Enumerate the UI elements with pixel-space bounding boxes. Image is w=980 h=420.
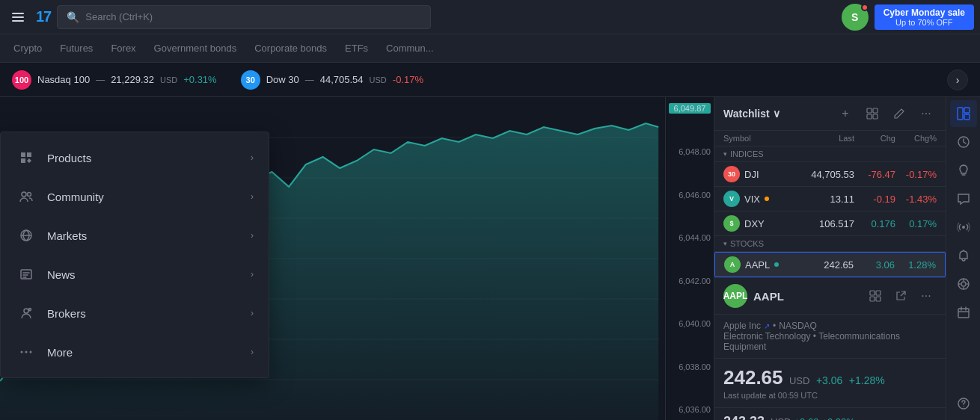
logo[interactable]: 17 [36, 8, 51, 25]
stock-logo: AAPL [723, 284, 747, 308]
watchlist-row-dxy[interactable]: $ DXY 106.517 0.176 0.17% [714, 211, 946, 236]
svg-point-5 [29, 309, 31, 311]
menu-arrow-brokers: › [251, 308, 254, 318]
brokers-icon [16, 303, 37, 324]
svg-point-28 [962, 226, 965, 229]
hamburger-button[interactable] [6, 5, 30, 29]
watchlist-actions: + ··· [835, 103, 937, 124]
menu-arrow-news: › [251, 269, 254, 280]
watchlist-header: Watchlist ∨ + ·· [714, 97, 946, 131]
svg-rect-21 [876, 291, 881, 295]
svg-rect-22 [870, 297, 875, 301]
row-symbol-aapl: A AAPL [724, 256, 801, 273]
premarket-change-pct: +0.28% [821, 416, 854, 420]
svg-point-0 [22, 192, 26, 197]
ticker-badge-nasdaq: 100 [12, 70, 31, 90]
stock-open-button[interactable] [890, 285, 911, 306]
broadcast-icon-button[interactable] [950, 214, 977, 241]
watchlist-row-dji[interactable]: 30 DJI 44,705.53 -76.47 -0.17% [714, 162, 946, 187]
menu-item-community[interactable]: Community › [1, 177, 269, 216]
dropdown-menu: Products › Community › [0, 132, 269, 378]
tab-forex[interactable]: Forex [103, 38, 143, 59]
watchlist-more-button[interactable]: ··· [916, 103, 937, 124]
stock-detail-header: AAPL AAPL [714, 278, 946, 315]
menu-item-news[interactable]: News › [1, 255, 269, 294]
tab-futures[interactable]: Futures [52, 38, 100, 59]
menu-item-more[interactable]: More › [1, 333, 269, 371]
svg-rect-35 [958, 309, 969, 318]
vix-chgpct: -1.43% [895, 194, 937, 205]
watchlist-title[interactable]: Watchlist ∨ [723, 108, 780, 120]
menu-label-products: Products [47, 152, 240, 164]
aapl-name: AAPL [745, 259, 770, 271]
stock-last-update: Last update at 00:59 UTC [723, 391, 937, 400]
bulb-icon-button[interactable] [950, 157, 977, 184]
watchlist-chart-button[interactable] [862, 103, 883, 124]
more-icon [16, 342, 37, 362]
svg-rect-23 [876, 297, 881, 301]
menu-label-community: Community [47, 191, 240, 203]
watchlist-row-vix[interactable]: V VIX 13.11 -0.19 -1.43% [714, 187, 946, 211]
ticker-name-dow: Dow 30 [266, 74, 299, 85]
notification-dot [861, 4, 869, 11]
section-stocks: ▾ STOCKS [714, 236, 946, 252]
hamburger-icon [12, 10, 24, 24]
ticker-nasdaq100[interactable]: 100 Nasdaq 100 — 21,229.32 USD +0.31% [12, 70, 217, 90]
alert-icon-button[interactable] [950, 242, 977, 269]
dxy-chg: 0.176 [854, 218, 895, 229]
aapl-circle: A [724, 256, 741, 273]
menu-item-brokers[interactable]: Brokers › [1, 294, 269, 333]
cyber-monday-button[interactable]: Cyber Monday sale Up to 70% OFF [875, 4, 974, 30]
menu-label-brokers: Brokers [47, 307, 240, 320]
help-icon-button[interactable] [950, 390, 977, 417]
menu-item-markets[interactable]: Markets › [1, 216, 269, 255]
price-label-4: 6,042.00 [669, 277, 711, 285]
watchlist-row-aapl[interactable]: A AAPL 242.65 3.06 1.28% [714, 252, 946, 277]
aapl-chg: 3.06 [854, 259, 895, 271]
premarket-unit: USD [771, 416, 791, 420]
main-content: Products › Community › [0, 97, 980, 420]
search-bar[interactable]: 🔍 Search (Ctrl+K) [57, 5, 431, 29]
ticker-value-nasdaq: 21,229.32 [111, 74, 154, 85]
dji-chg: -76.47 [854, 169, 895, 180]
stock-layout-button[interactable] [865, 285, 886, 306]
svg-rect-17 [873, 108, 878, 113]
svg-rect-24 [958, 108, 963, 120]
svg-point-4 [24, 309, 28, 313]
clock-icon-button[interactable] [950, 129, 977, 155]
ticker-value-dow: 44,705.54 [320, 74, 364, 85]
stock-price-unit: USD [789, 375, 809, 386]
tab-corporate-bonds[interactable]: Corporate bonds [247, 38, 334, 59]
ticker-nav-button[interactable]: › [947, 70, 968, 90]
watchlist-edit-button[interactable] [889, 103, 910, 124]
ticker-change-dow: -0.17% [393, 74, 423, 85]
avatar[interactable]: S [842, 4, 869, 31]
products-icon [16, 147, 37, 168]
external-link-icon: ↗ [764, 322, 770, 330]
add-watchlist-button[interactable]: + [835, 103, 856, 124]
tab-etfs[interactable]: ETFs [337, 38, 376, 59]
ticker-dash-nasdaq: — [96, 75, 105, 85]
aapl-chgpct: 1.28% [895, 259, 936, 271]
stock-price-section: 242.65 USD +3.06 +1.28% Last update at 0… [714, 359, 946, 408]
tab-community[interactable]: Commun... [379, 38, 441, 59]
price-label-7: 6,036.00 [669, 405, 711, 414]
tab-government-bonds[interactable]: Government bonds [147, 38, 245, 59]
stock-more-button[interactable]: ··· [916, 285, 937, 306]
tab-crypto[interactable]: Crypto [6, 38, 49, 59]
layout-icon-button[interactable] [950, 100, 977, 127]
stock-price-change-pct: +1.28% [849, 374, 885, 386]
ticker-badge-dow: 30 [241, 70, 260, 90]
svg-point-30 [961, 282, 966, 286]
menu-arrow-markets: › [251, 230, 254, 241]
premarket-change: +0.68 [794, 416, 819, 420]
ticker-dow30[interactable]: 30 Dow 30 — 44,705.54 USD -0.17% [241, 70, 423, 90]
ticker-unit-dow: USD [370, 75, 387, 84]
svg-rect-16 [867, 108, 872, 113]
target-icon-button[interactable] [950, 271, 977, 297]
svg-rect-18 [867, 114, 872, 119]
chat-icon-button[interactable] [950, 185, 977, 212]
menu-item-products[interactable]: Products › [1, 138, 269, 177]
calendar-icon-button[interactable] [950, 299, 977, 326]
news-icon [16, 264, 37, 285]
